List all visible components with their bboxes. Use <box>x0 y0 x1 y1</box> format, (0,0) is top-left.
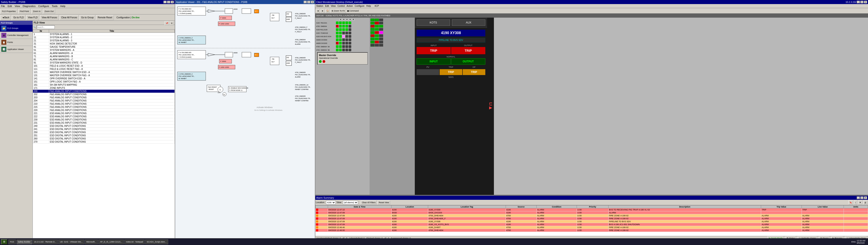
ww-menu-station[interactable]: Station <box>316 5 323 7</box>
ww-menu-help[interactable]: Help <box>366 5 371 7</box>
ww-home-btn[interactable]: 🏠 <box>325 9 330 13</box>
fld-table-row[interactable]: 200F&G ANALOG INPUT CONDITIONS <box>33 90 175 93</box>
alarm-row[interactable]: 9/4/2020 12:47:09 4190 4700_DHEA605_F 47… <box>315 217 868 220</box>
fld-table-row[interactable]: 11SYSTEM ALARMS - 2 <box>33 36 175 39</box>
fld-table-row[interactable]: 210F&G ANALOG INPUT CONDITIONS <box>33 102 175 105</box>
fld-table-row[interactable]: 71ALARM MARKERS - B <box>33 55 175 58</box>
nav-controller[interactable]: 🖥 Controller Management <box>0 32 33 39</box>
ww-minimize[interactable]: _ <box>857 1 860 3</box>
ww-menu-control[interactable]: Control <box>338 5 345 7</box>
nav-points[interactable]: 📋 Points <box>0 39 33 46</box>
view-all-forces-button[interactable]: View All Forces <box>40 15 59 20</box>
fld-table-row[interactable]: 1SYSTEM ALARMS - 1 <box>33 33 175 36</box>
remote-reset-button[interactable]: Remote Reset <box>96 15 114 20</box>
fld-table-row[interactable]: 231ESD ANALOG INPUT CONDITIONS <box>33 121 175 125</box>
fld-table-row[interactable]: 202F&G ANALOG INPUT CONDITIONS <box>33 93 175 96</box>
ww-zoom-fit-btn[interactable]: ⊞ Zoom To Fit <box>331 9 346 13</box>
minimize-button[interactable]: _ <box>163 1 166 3</box>
fld-table-row[interactable]: 260ESD DIGITAL INPUT CONDITIONS <box>33 137 175 140</box>
viewer-minimize[interactable]: _ <box>304 1 307 3</box>
fld-table-row[interactable]: 151OPR LOGIC SWITCH F&G - A <box>33 80 175 83</box>
fld-table-row[interactable]: 220F&G ANALOG INPUT CONDITIONS <box>33 109 175 112</box>
find-point-button[interactable]: Find Point <box>18 9 31 14</box>
start-button[interactable]: ⊞ <box>1 239 7 245</box>
alarm-row[interactable]: 9/4/2020 12:46:46 4190 4190_DA80T 4700 A… <box>315 226 868 229</box>
fld-table-row[interactable]: 270ESD DIGITAL INPUT CONDITIONS <box>33 140 175 144</box>
back-button[interactable]: ◄ Back <box>0 15 11 20</box>
ww-menu-4cp[interactable]: 4CP <box>375 5 379 7</box>
alarm-filter-icon[interactable]: ▼ <box>858 201 862 205</box>
fld-search-input[interactable] <box>37 25 55 29</box>
ww-menu-edit[interactable]: Edit <box>325 5 329 7</box>
nav-application[interactable]: 📊 Application Viewer <box>0 46 33 53</box>
fld-table-row[interactable]: 51SYSTEM MARKERS - A <box>33 49 175 52</box>
fld-table-row[interactable]: 131MASTER OVERRIDE SWITCH F&G - A <box>33 74 175 77</box>
fld-table-row[interactable]: 81ALARM MARKERS - C <box>33 58 175 61</box>
fld-table-row[interactable]: 203F&G ANALOG INPUT CONDITIONS <box>33 96 175 99</box>
alarm-row[interactable]: 9/4/2020 12:47:09 4190 4190_XS_KOTS_BVS … <box>315 223 868 226</box>
fld-table-row[interactable]: 41GAUGE TEMPERATURE <box>33 45 175 49</box>
taskbar-app-item[interactable]: Safety Builder <box>16 239 32 244</box>
trip4-value[interactable]: TRIP <box>440 69 462 75</box>
alarm-tag-icon[interactable]: 🔖 <box>848 201 853 205</box>
fld-table-row[interactable]: 241ESD DIGITAL INPUT CONDITIONS <box>33 128 175 131</box>
menu-edit[interactable]: Edit <box>8 5 12 7</box>
fld-table-row[interactable]: 21SYSTEM ALARMS - 3 <box>33 39 175 42</box>
alarm-row[interactable]: 9/4/2020 12:46:00 4190 4700_DHEA604 4700… <box>315 229 868 232</box>
fld-table-row[interactable]: 141OPR OVERRIDE SWITCH ESD - A <box>33 77 175 80</box>
menu-view[interactable]: View <box>15 5 20 7</box>
taskbar-app-item[interactable]: FGS <box>8 239 16 244</box>
normal-input-value[interactable]: INPUT <box>416 58 451 65</box>
fld-table-row[interactable]: 251ESD DIGITAL INPUT CONDITIONS <box>33 134 175 137</box>
taskbar-app-item[interactable]: SCADA_Script.xlsm... <box>145 239 168 244</box>
fld-table-row[interactable]: 101FIELD & LOGIC RESET ESD - A <box>33 64 175 68</box>
fld-table-row[interactable]: 61ALARM MARKERS - A <box>33 52 175 55</box>
fld-diagram-area[interactable]: F 4-700-DME-604 PIG LAUNCHING TR... I: 0… <box>175 4 315 245</box>
alarm-row[interactable]: 9/4/2020 12:47:09 4190 4190_XY308 4190 A… <box>315 220 868 223</box>
taskbar-app-item[interactable]: AP_D_IS_1299-C2121... <box>98 239 124 244</box>
menu-file[interactable]: File <box>1 5 5 7</box>
fld-table-row[interactable]: 215F&G ANALOG INPUT CONDITIONS <box>33 105 175 109</box>
nav-fld-groups[interactable]: 📁 FLD Groups <box>0 25 33 32</box>
close-button[interactable]: ✕ <box>170 1 174 3</box>
ww-menu-view[interactable]: View <box>331 5 336 7</box>
reset-view-button[interactable]: Reset View <box>377 201 390 205</box>
alarm-row[interactable]: 9/4/2020 12:47:09 8X00 8X00_DXS333 4190 … <box>315 211 868 214</box>
alarm-sort-icon[interactable]: ↕ <box>854 201 857 205</box>
maximize-button[interactable]: □ <box>167 1 170 3</box>
ww-maximize[interactable]: □ <box>860 1 864 3</box>
fld-table-row[interactable]: 222ESD ANALOG INPUT CONDITIONS <box>33 115 175 118</box>
taskbar-app-item[interactable]: Microsoft... <box>85 239 98 244</box>
ww-forward-btn[interactable]: ► <box>320 9 325 13</box>
viewer-maximize[interactable]: □ <box>307 1 310 3</box>
fld-table-row[interactable]: 31KIOK SMOKE DETECTOR <box>33 42 175 45</box>
fld-table-row[interactable]: 230ESD ANALOG INPUT CONDITIONS <box>33 118 175 121</box>
ww-menu-configure[interactable]: Configure <box>355 5 364 7</box>
view-fld-button[interactable]: View FLD <box>26 15 39 20</box>
clear-all-forces-button[interactable]: Clear All Forces <box>60 15 79 20</box>
fld-properties-button[interactable]: FLD Properties <box>0 9 18 14</box>
pv-value[interactable] <box>416 69 439 75</box>
taskbar-app-item[interactable]: notes.txt - Notepad <box>124 239 145 244</box>
ww-menu-action[interactable]: Action <box>346 5 353 7</box>
alarm-close[interactable]: ✕ <box>864 196 867 199</box>
fld-table-row[interactable]: 91SYSTEM MARKERS STATE - D <box>33 61 175 64</box>
alarm-maximize[interactable]: □ <box>860 196 864 199</box>
trip-input-value[interactable]: TRIP <box>416 47 451 54</box>
alarm-print-icon[interactable]: 🖨 <box>863 201 868 205</box>
fld-table-row[interactable]: 171ZONE INPUTS <box>33 87 175 90</box>
viewer-close[interactable]: ✕ <box>311 1 314 3</box>
zoom-in-button[interactable]: Zoom In <box>31 9 42 14</box>
kots-button[interactable]: KOTS <box>416 20 450 26</box>
alarm-row[interactable]: 9/4/2020 12:47:09 4190 4700_DHEA604 4700… <box>315 214 868 217</box>
taskbar-app-item[interactable]: UD -SAS - VMware Wo... <box>58 239 84 244</box>
trip-output-value[interactable]: TRIP <box>451 47 485 54</box>
fld-table-row[interactable]: 221ESD ANALOG INPUT CONDITIONS <box>33 112 175 115</box>
trip5-value[interactable]: TRIP <box>463 69 485 75</box>
menu-diagnostics[interactable]: Diagnostics <box>23 5 35 7</box>
go-to-group-button[interactable]: Go to Group <box>80 15 95 20</box>
clear-filters-button[interactable]: Clear All Filters <box>361 201 377 205</box>
location-select[interactable]: 4190 <box>326 201 336 205</box>
fld-table-row[interactable]: 250ESD DIGITAL INPUT CONDITIONS <box>33 131 175 134</box>
ww-close[interactable]: ✕ <box>864 1 867 3</box>
